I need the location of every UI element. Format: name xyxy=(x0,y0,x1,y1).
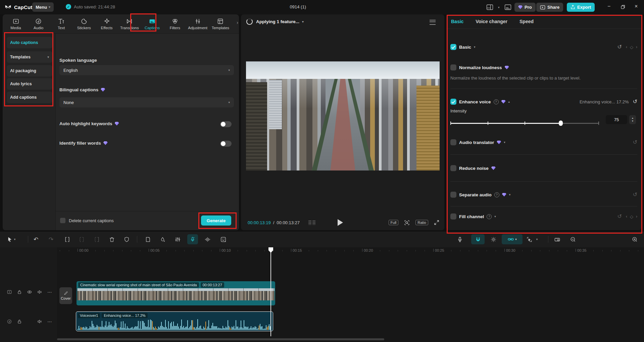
eye-icon[interactable] xyxy=(27,289,33,295)
tab-captions[interactable]: Captions xyxy=(143,18,162,30)
select-linked-icon[interactable] xyxy=(526,236,533,243)
pro-button[interactable]: Pro xyxy=(514,3,536,12)
preview-video[interactable] xyxy=(246,61,440,170)
share-button[interactable]: Share xyxy=(536,3,563,12)
zoom-out-icon[interactable] xyxy=(569,236,577,243)
audio-wave-icon[interactable] xyxy=(204,236,211,243)
generate-button[interactable]: Generate xyxy=(201,215,231,226)
select-tool-icon[interactable] xyxy=(6,236,13,243)
video-clip[interactable]: Cinematic slow aerial opening shot of ma… xyxy=(77,281,275,305)
reduce-noise-checkbox[interactable] xyxy=(450,165,456,171)
layout-panels-icon[interactable] xyxy=(486,4,493,10)
reset-icon[interactable]: ↺ xyxy=(617,214,622,219)
preview-magnifier-icon[interactable] xyxy=(404,219,410,226)
chevron-down-icon[interactable]: ▾ xyxy=(509,193,511,196)
separate-audio-checkbox[interactable] xyxy=(450,192,456,198)
play-button[interactable] xyxy=(338,219,343,226)
chevron-down-icon[interactable]: ▾ xyxy=(302,20,304,23)
tab-filters[interactable]: Filters xyxy=(165,18,185,30)
bilingual-captions-select[interactable]: None ▾ xyxy=(59,97,234,107)
zoom-in-icon[interactable] xyxy=(631,236,638,243)
normalize-loudness-checkbox[interactable] xyxy=(450,64,456,70)
tab-templates[interactable]: Templates xyxy=(211,18,230,30)
linked-ripple-icon[interactable] xyxy=(490,236,497,243)
keyframe-controls[interactable]: ‹ ◇ › xyxy=(626,45,637,50)
auto-link-toggle[interactable]: ▾ xyxy=(502,234,523,244)
reset-icon[interactable]: ↺ xyxy=(633,99,637,104)
lock-icon[interactable] xyxy=(16,289,22,295)
audio-mixer-icon[interactable] xyxy=(174,236,181,243)
tab-effects[interactable]: Effects xyxy=(97,18,116,30)
restore-button[interactable] xyxy=(621,5,625,9)
tab-voice-changer[interactable]: Voice changer xyxy=(476,19,507,24)
chevron-down-icon[interactable]: ▾ xyxy=(498,6,500,9)
chevron-up-icon[interactable]: ▴ xyxy=(508,100,510,103)
magnetic-snap-toggle[interactable] xyxy=(471,234,485,244)
reset-icon[interactable]: ↺ xyxy=(633,140,637,145)
minimize-button[interactable]: − xyxy=(607,3,610,9)
ratio-button[interactable]: Ratio xyxy=(415,220,428,225)
intensity-slider[interactable] xyxy=(450,120,599,126)
split-right-icon[interactable] xyxy=(93,236,100,243)
mask-icon[interactable] xyxy=(123,236,130,243)
frame-columns-icon[interactable] xyxy=(308,221,315,225)
applying-status[interactable]: Applying 1 feature... xyxy=(256,19,299,24)
speaker-icon[interactable] xyxy=(37,289,43,295)
sidebar-item-ai-packaging[interactable]: AI packaging xyxy=(7,65,52,77)
close-button[interactable]: × xyxy=(635,3,638,9)
enhance-voice-checkbox[interactable] xyxy=(450,99,456,105)
undo-icon[interactable]: ↶ xyxy=(32,236,40,243)
chevron-down-icon[interactable]: ▾ xyxy=(504,141,505,144)
sidebar-item-auto-captions[interactable]: Auto captions xyxy=(7,37,52,48)
tab-basic[interactable]: Basic xyxy=(451,19,463,24)
chevron-down-icon[interactable]: ▾ xyxy=(474,45,476,49)
chevron-down-icon[interactable]: ▾ xyxy=(13,236,17,243)
timeline-scrollbar[interactable] xyxy=(57,338,384,340)
tab-audio[interactable]: Audio xyxy=(29,18,48,30)
tab-speed[interactable]: Speed xyxy=(519,19,534,24)
spoken-language-select[interactable]: English ▾ xyxy=(59,65,234,75)
record-voiceover-icon[interactable] xyxy=(456,236,463,243)
sticker-face-icon[interactable] xyxy=(219,236,227,243)
extract-captions-icon[interactable] xyxy=(144,236,151,243)
timeline-ruler[interactable]: 00:0000:0500:1000:1500:2000:2500:3000:35 xyxy=(57,247,644,255)
more-options-icon[interactable]: ⋯ xyxy=(47,319,53,325)
chevron-down-icon[interactable]: ▾ xyxy=(494,215,496,218)
identify-filler-toggle[interactable] xyxy=(220,141,232,147)
keyframe-controls[interactable]: ‹ ◇ › xyxy=(626,214,637,219)
tab-transitions[interactable]: Transitions xyxy=(120,18,139,30)
slider-handle[interactable] xyxy=(559,120,563,126)
basic-checkbox[interactable] xyxy=(450,44,456,50)
speaker-icon[interactable] xyxy=(37,319,43,325)
fill-channel-checkbox[interactable] xyxy=(450,213,456,219)
split-icon[interactable] xyxy=(63,236,71,243)
smart-color-icon[interactable] xyxy=(159,236,166,243)
auto-highlight-toggle[interactable] xyxy=(220,121,232,127)
cover-button[interactable]: Cover xyxy=(59,287,72,304)
intensity-stepper[interactable]: ▴▾ xyxy=(629,115,636,124)
preview-menu-icon[interactable] xyxy=(430,20,436,25)
enhance-voice-tool[interactable] xyxy=(187,234,198,244)
fullscreen-icon[interactable] xyxy=(434,219,440,226)
intensity-value[interactable]: 75 xyxy=(606,115,627,124)
redo-icon[interactable]: ↷ xyxy=(47,236,55,243)
delete-captions-checkbox[interactable] xyxy=(60,218,65,223)
split-left-icon[interactable] xyxy=(78,236,85,243)
full-quality-button[interactable]: Full xyxy=(389,220,399,225)
audio-clip[interactable]: Voiceover1 Enhancing voice... 17.2% xyxy=(76,311,273,331)
timeline-layout-icon[interactable] xyxy=(504,4,511,10)
reset-icon[interactable]: ↺ xyxy=(633,192,637,197)
tab-media[interactable]: Media xyxy=(6,18,26,30)
audio-translator-checkbox[interactable] xyxy=(450,139,456,145)
lock-icon[interactable] xyxy=(16,319,22,325)
tab-text[interactable]: Text xyxy=(52,18,71,30)
sidebar-item-templates[interactable]: Templates▾ xyxy=(7,51,52,63)
delete-icon[interactable] xyxy=(108,236,115,243)
sidebar-item-auto-lyrics[interactable]: Auto lyrics xyxy=(7,78,52,90)
reset-icon[interactable]: ↺ xyxy=(617,44,622,50)
sidebar-item-add-captions[interactable]: Add captions xyxy=(7,92,52,103)
playhead[interactable] xyxy=(270,247,271,336)
chevron-down-icon[interactable]: ▾ xyxy=(535,236,539,243)
timeline-preview-icon[interactable] xyxy=(553,236,561,243)
menu-button[interactable]: Menu▾ xyxy=(32,2,54,12)
